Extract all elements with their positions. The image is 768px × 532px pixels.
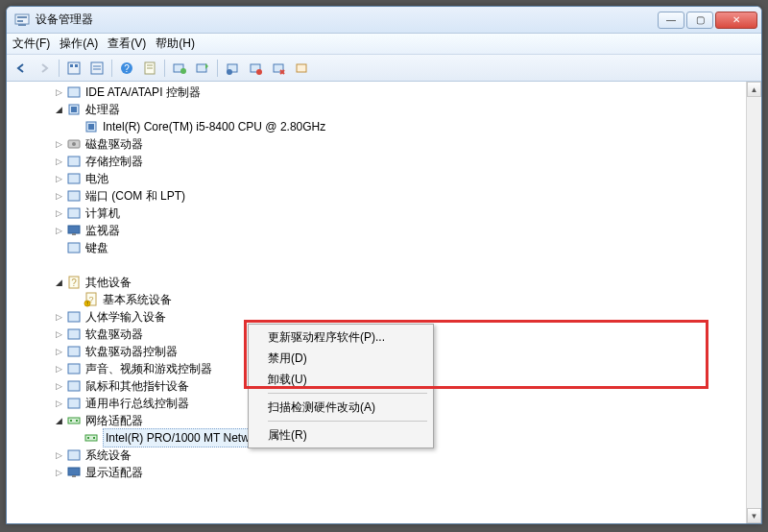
maximize-button[interactable]: ▢ — [686, 12, 713, 29]
toolbar-separator — [217, 60, 218, 77]
tree-node[interactable]: Intel(R) Core(TM) i5-8400 CPU @ 2.80GHz — [7, 118, 746, 135]
tree-node[interactable]: ?!基本系统设备 — [7, 291, 746, 308]
mouse-icon — [66, 378, 82, 394]
add-legacy-icon[interactable] — [222, 58, 243, 79]
chevron-right-icon[interactable]: ▷ — [53, 363, 64, 375]
tree-node-label: Intel(R) Core(TM) i5-8400 CPU @ 2.80GHz — [103, 118, 325, 135]
chevron-right-icon[interactable]: ▷ — [53, 398, 64, 409]
chevron-right-icon[interactable]: ▷ — [53, 380, 64, 392]
svg-rect-53 — [70, 420, 72, 422]
scan-hw-icon[interactable] — [192, 58, 213, 79]
tree-node-label: 声音、视频和游戏控制器 — [85, 360, 212, 377]
ctx-properties[interactable]: 属性(R) — [251, 424, 431, 446]
scroll-up-icon[interactable]: ▲ — [747, 82, 761, 97]
svg-rect-5 — [70, 64, 73, 67]
svg-rect-2 — [17, 20, 23, 22]
svg-point-32 — [72, 142, 76, 146]
show-hidden-icon[interactable] — [63, 58, 84, 79]
tree-node[interactable]: ◢处理器 — [7, 101, 746, 118]
tree-node[interactable]: ▷计算机 — [7, 205, 746, 222]
tree-node[interactable]: ▷电池 — [7, 170, 746, 187]
chevron-right-icon[interactable]: ▷ — [53, 138, 64, 150]
window-title: 设备管理器 — [36, 12, 658, 28]
chevron-down-icon[interactable]: ◢ — [53, 104, 64, 115]
help-icon[interactable]: ? — [116, 58, 137, 79]
extra-icon[interactable] — [291, 58, 312, 79]
tree-node[interactable]: ▷IDE ATA/ATAPI 控制器 — [7, 84, 746, 101]
chevron-right-icon[interactable]: ▷ — [53, 328, 64, 340]
svg-rect-30 — [88, 124, 94, 130]
keyboard-icon — [66, 240, 82, 255]
tree-node-label: 其他设备 — [85, 274, 132, 291]
tree-node[interactable]: ▷监视器 — [7, 222, 746, 239]
update-driver-icon[interactable] — [245, 58, 266, 79]
chevron-right-icon[interactable]: ▷ — [53, 190, 64, 202]
properties-icon[interactable] — [139, 58, 160, 79]
usb-icon — [66, 396, 82, 411]
menu-file[interactable]: 文件(F) — [12, 36, 50, 52]
ctx-update-driver[interactable]: 更新驱动程序软件(P)... — [251, 326, 431, 348]
close-button[interactable]: ✕ — [715, 12, 757, 29]
ctx-uninstall[interactable]: 卸载(U) — [251, 369, 431, 390]
svg-rect-1 — [17, 16, 27, 18]
chevron-right-icon[interactable]: ▷ — [53, 225, 64, 236]
menu-help[interactable]: 帮助(H) — [156, 36, 195, 52]
svg-rect-33 — [68, 157, 80, 166]
ctx-separator — [268, 393, 427, 394]
chevron-right-icon[interactable]: ▷ — [53, 86, 64, 98]
tree-node[interactable] — [7, 256, 746, 274]
chevron-none — [70, 121, 82, 133]
scroll-down-icon[interactable]: ▼ — [747, 508, 761, 523]
svg-rect-38 — [72, 233, 76, 235]
svg-rect-26 — [68, 87, 80, 97]
ctx-separator — [268, 421, 427, 422]
tree-node[interactable]: ▷系统设备 — [7, 447, 746, 464]
svg-point-21 — [256, 69, 262, 75]
tree-node[interactable]: 键盘 — [7, 239, 746, 256]
toolbar-separator — [59, 60, 60, 77]
port-icon — [66, 188, 82, 204]
ctx-disable[interactable]: 禁用(D) — [251, 348, 431, 369]
svg-rect-49 — [68, 364, 80, 374]
scan-icon[interactable] — [169, 58, 190, 79]
tree-node-label: IDE ATA/ATAPI 控制器 — [85, 84, 201, 101]
tree-node[interactable]: ▷存储控制器 — [7, 153, 746, 170]
forward-icon[interactable] — [34, 58, 55, 79]
minimize-button[interactable]: — — [658, 12, 684, 29]
chevron-right-icon[interactable]: ▷ — [53, 467, 64, 478]
tree-node[interactable]: ▷磁盘驱动器 — [7, 135, 746, 153]
chevron-none — [70, 432, 82, 444]
display-icon — [66, 465, 82, 480]
chevron-right-icon[interactable]: ▷ — [53, 449, 64, 461]
uninstall-icon[interactable] — [268, 58, 289, 79]
chevron-right-icon[interactable]: ▷ — [53, 311, 64, 323]
tree-node-label: 基本系统设备 — [103, 291, 172, 308]
svg-rect-47 — [68, 329, 80, 339]
chevron-right-icon[interactable]: ▷ — [53, 346, 64, 357]
svg-rect-50 — [68, 381, 80, 391]
blank — [49, 257, 64, 273]
floppy-icon — [66, 326, 82, 342]
tree-node[interactable]: ▷端口 (COM 和 LPT) — [7, 187, 746, 205]
svg-rect-51 — [68, 399, 80, 408]
chevron-right-icon[interactable]: ▷ — [53, 173, 64, 184]
chevron-right-icon[interactable]: ▷ — [53, 156, 64, 167]
chevron-down-icon[interactable]: ◢ — [53, 415, 64, 426]
svg-point-16 — [180, 68, 186, 74]
device-tree[interactable]: ▷IDE ATA/ATAPI 控制器◢处理器Intel(R) Core(TM) … — [7, 82, 746, 523]
chevron-down-icon[interactable]: ◢ — [53, 277, 64, 288]
tree-node[interactable]: ◢?其他设备 — [7, 274, 746, 291]
svg-rect-55 — [85, 435, 97, 441]
tree-node[interactable]: ▷显示适配器 — [7, 464, 746, 481]
back-icon[interactable] — [11, 58, 32, 79]
refresh-icon[interactable] — [86, 58, 108, 79]
scroll-track[interactable] — [747, 97, 761, 508]
other-icon: ? — [66, 275, 82, 290]
menu-action[interactable]: 操作(A) — [60, 36, 98, 52]
ctx-scan[interactable]: 扫描检测硬件改动(A) — [251, 397, 431, 418]
menu-view[interactable]: 查看(V) — [108, 36, 146, 52]
vertical-scrollbar[interactable]: ▲ ▼ — [746, 82, 761, 523]
chevron-right-icon[interactable]: ▷ — [53, 207, 64, 219]
tree-node-label: 键盘 — [85, 239, 108, 256]
tree-node-label: 通用串行总线控制器 — [85, 395, 189, 412]
